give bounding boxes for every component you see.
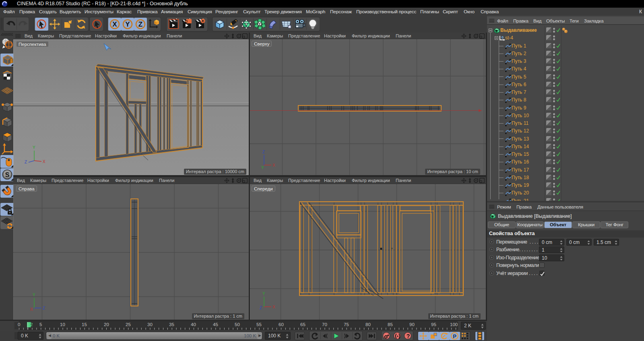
svg-text:X: X (272, 305, 275, 309)
svg-text:X: X (30, 307, 33, 312)
svg-text:P: P (453, 333, 456, 339)
svg-text:Z: Z (262, 150, 265, 154)
svg-text:Y: Y (33, 293, 35, 297)
svg-text:Z: Z (138, 21, 142, 28)
svg-text:Y: Y (125, 21, 130, 28)
svg-text:Y: Y (262, 291, 265, 296)
svg-text:Y: Y (261, 165, 264, 170)
svg-text:Y: Y (33, 145, 35, 150)
svg-text:Z: Z (260, 306, 262, 310)
svg-text:?: ? (407, 333, 410, 339)
svg-text:0: 0 (502, 35, 504, 39)
svg-text:X: X (43, 159, 45, 164)
svg-text:S: S (5, 172, 10, 178)
svg-text:X: X (112, 21, 117, 28)
svg-text:X: X (272, 163, 275, 167)
svg-text:Z: Z (25, 160, 27, 164)
svg-text:Z: Z (43, 306, 45, 310)
